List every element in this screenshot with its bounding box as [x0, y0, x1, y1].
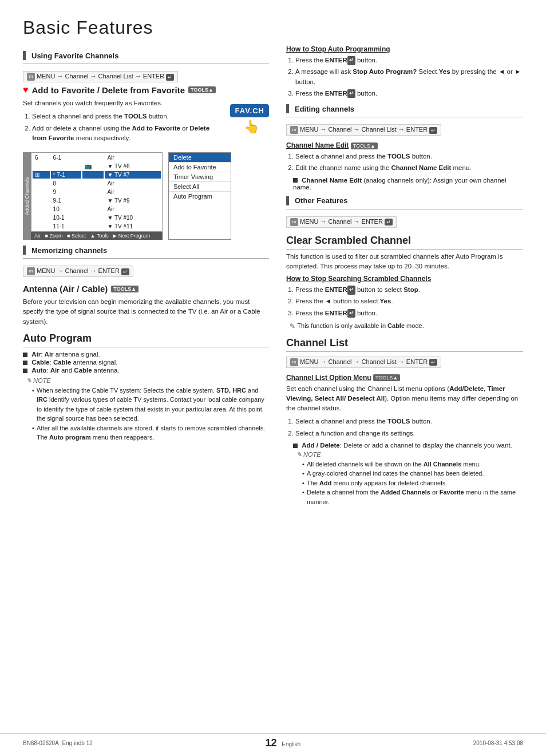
section-divider-editing [286, 117, 523, 117]
sas-2: A message will ask Stop Auto Program? Se… [295, 67, 523, 87]
fav-hand-icon: 👆 [234, 120, 269, 134]
chlist-notes: Add / Delete: Delete or add a channel to… [286, 442, 523, 507]
enter-badge-sas1: ↵ [347, 56, 355, 65]
cm-item-delete[interactable]: Delete [169, 153, 231, 163]
table-row: 9Air [33, 188, 161, 196]
add-delete-note-label: ✎ NOTE [296, 451, 523, 458]
enter-badge-fav: ↵ [166, 74, 174, 81]
sas-1: Press the ENTER↵ button. [295, 56, 523, 65]
table-row-selected: ⊞* 7-1▼ TV #7 [33, 171, 161, 179]
table-row: 11-1▼ TV #11 [33, 223, 161, 230]
stop-auto-steps: Press the ENTER↵ button. A message will … [295, 56, 523, 98]
section-using-fav-title: Using Favorite Channels [31, 52, 118, 60]
context-menu: Delete Add to Favorite Timer Viewing Sel… [168, 152, 231, 240]
ap-item-cable: Cable: Cable antenna signal. [23, 359, 269, 366]
scram-step-2: Press the ◄ button to select Yes. [295, 296, 523, 306]
enter-badge-sc1: ↵ [347, 286, 355, 295]
add-delete-note-list: All deleted channels will be shown on th… [296, 460, 523, 507]
chlist-step-1: Select a channel and press the TOOLS but… [295, 417, 523, 426]
section-editing-title: Editing channels [295, 105, 354, 113]
adnote-4: Delete a channel from the Added Channels… [302, 488, 523, 506]
section-divider-2 [23, 258, 269, 259]
table-row: 10Air [33, 205, 161, 213]
stop-auto-subtitle: How to Stop Auto Programming [286, 45, 523, 53]
table-row: 📺▼ TV #6 [33, 163, 161, 170]
menu-icon-other: m [290, 218, 298, 226]
cm-item-timer[interactable]: Timer Viewing [169, 172, 231, 182]
section-divider-other [286, 209, 523, 209]
clear-scrambled-body: This function is used to filter out scra… [286, 252, 523, 272]
cm-item-select-all[interactable]: Select All [169, 182, 231, 192]
chlist-option-title: Channel List Option Menu TOOLS▲ [286, 374, 523, 382]
antenna-title-text: Antenna (Air / Cable) [23, 284, 108, 294]
chlist-option-label: Channel List Option Menu [286, 374, 371, 382]
ch-table-with-side: Added Channels 66-1Air 📺▼ TV #6 ⊞* 7-1▼ … [23, 152, 163, 240]
section-memorizing: Memorizing channels [23, 246, 269, 255]
sas-3: Press the ENTER↵ button. [295, 89, 523, 98]
cm-item-add-fav[interactable]: Add to Favorite [169, 163, 231, 172]
ch-table-footer: Air ■ Zoom ■ Select ▲ Tools ▶ Next Progr… [31, 232, 163, 240]
right-column: How to Stop Auto Programming Press the E… [286, 45, 523, 510]
cm-item-auto-prog[interactable]: Auto Program [169, 192, 231, 201]
section-bar-icon [23, 51, 26, 60]
menu-path-other-text: MENU → Channel → ENTER ↵ [300, 218, 393, 225]
edit-note-list: Channel Name Edit (analog channels only)… [286, 177, 523, 191]
channel-list-title: Channel List [286, 337, 523, 352]
note-item-1: When selecting the Cable TV system: Sele… [32, 386, 269, 423]
menu-icon-mem: m [27, 267, 35, 275]
edit-step-1: Select a channel and press the TOOLS but… [295, 152, 523, 161]
chlist-steps: Select a channel and press the TOOLS but… [295, 417, 523, 438]
menu-path-chlist: m MENU → Channel → Channel List → ENTER … [286, 357, 441, 368]
bullet-icon-adddel [293, 444, 298, 448]
tools-badge-fav: TOOLS▲ [188, 86, 216, 93]
pencil-icon-scram: ✎ [290, 322, 295, 330]
menu-path-edit-text: MENU → Channel → Channel List → ENTER ↵ [300, 126, 437, 133]
section-using-fav: Using Favorite Channels [23, 51, 269, 60]
note-list-auto: When selecting the Cable TV system: Sele… [26, 386, 269, 442]
section-memorizing-title: Memorizing channels [31, 246, 107, 255]
section-other: Other Features [286, 196, 523, 205]
menu-icon-fav: m [27, 73, 35, 81]
chlist-step-2: Select a function and change its setting… [295, 429, 523, 438]
fav-body: Set channels you watch frequently as Fav… [23, 98, 224, 108]
tools-badge-antenna: TOOLS▲ [111, 286, 139, 292]
menu-path-mem: m MENU → Channel → ENTER ↵ [23, 266, 133, 277]
heart-icon: ♥ [23, 85, 29, 95]
scrambled-note-text: This function is only available in Cable… [297, 322, 424, 329]
ch-name-edit-label: Channel Name Edit [286, 141, 349, 149]
auto-program-title: Auto Program [23, 333, 269, 347]
channel-list-container: Added Channels 66-1Air 📺▼ TV #6 ⊞* 7-1▼ … [23, 152, 269, 240]
section-divider-1 [23, 64, 269, 64]
channel-table: 66-1Air 📺▼ TV #6 ⊞* 7-1▼ TV #7 8Air 9Air… [31, 152, 163, 232]
menu-path-fav: m MENU → Channel → Channel List → ENTER … [23, 71, 178, 82]
enter-badge-chlist: ↵ [429, 359, 437, 366]
menu-path-mem-text: MENU → Channel → ENTER ↵ [37, 267, 129, 275]
table-row: 10-1▼ TV #10 [33, 214, 161, 221]
chlist-body: Set each channel using the Channel List … [286, 384, 523, 414]
scrambled-note: ✎ This function is only available in Cab… [286, 322, 523, 330]
clear-scrambled-title: Clear Scrambled Channel [286, 235, 523, 250]
enter-badge-other: ↵ [385, 219, 393, 225]
menu-path-edit: m MENU → Channel → Channel List → ENTER … [286, 124, 441, 136]
chlist-add-delete: Add / Delete: Delete or add a channel to… [286, 442, 523, 507]
bullet-icon [23, 353, 27, 357]
page-footer: BN68-02620A_Eng.indb 12 12 English 2010-… [0, 733, 546, 749]
adnote-2: A gray-colored channel indicates the cha… [302, 469, 523, 478]
fav-add-delete-title: ♥ Add to Favorite / Delete from Favorite… [23, 85, 269, 95]
antenna-title: Antenna (Air / Cable) TOOLS▲ [23, 284, 269, 294]
fav-steps: Select a channel and press the TOOLS but… [32, 112, 224, 143]
note-item-2: After all the available channels are sto… [32, 423, 269, 442]
note-box-auto: ✎ NOTE When selecting the Cable TV syste… [23, 377, 269, 442]
fav-step-2: Add or delete a channel using the Add to… [32, 124, 224, 144]
section-editing: Editing channels [286, 104, 523, 113]
enter-badge-mem: ↵ [121, 268, 129, 275]
fav-ch-badge: FAV.CH [230, 104, 269, 117]
note-label-auto: ✎ NOTE [26, 377, 269, 385]
ch-name-edit-title: Channel Name Edit TOOLS▲ [286, 141, 523, 149]
edit-steps: Select a channel and press the TOOLS but… [295, 152, 523, 173]
menu-path-chlist-text: MENU → Channel → Channel List → ENTER ↵ [300, 358, 437, 366]
enter-badge-sc3: ↵ [347, 309, 355, 318]
table-row: 66-1Air [33, 154, 161, 161]
adnote-1: All deleted channels will be shown on th… [302, 460, 523, 469]
section-bar-other [286, 196, 289, 205]
